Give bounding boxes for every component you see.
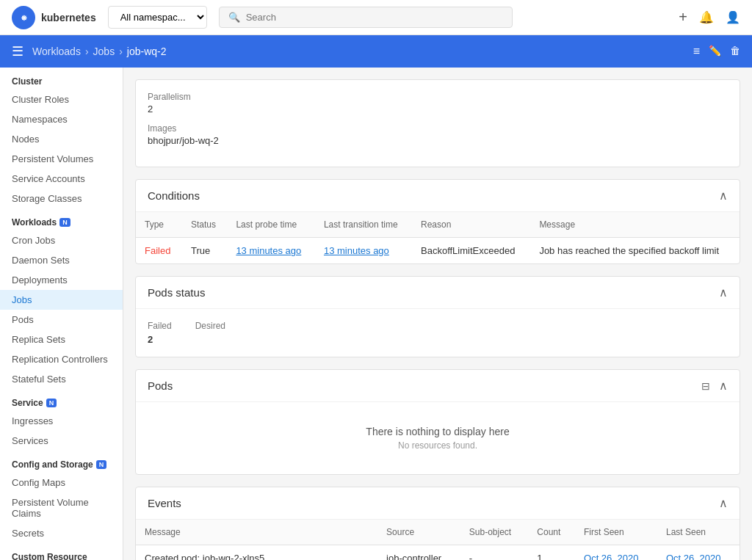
col-reason: Reason xyxy=(412,212,530,238)
cond-last-transition: 13 minutes ago xyxy=(315,238,412,264)
sidebar-item-persistent-volumes[interactable]: Persistent Volumes xyxy=(0,149,123,169)
workloads-section-header: Workloads N xyxy=(0,208,123,230)
col-message: Message xyxy=(530,212,740,238)
sidebar: Cluster Cluster Roles Namespaces Nodes P… xyxy=(0,68,123,560)
conditions-header-row: Type Status Last probe time Last transit… xyxy=(136,212,740,238)
notifications-icon[interactable]: 🔔 xyxy=(699,10,714,24)
sidebar-item-deployments[interactable]: Deployments xyxy=(0,270,123,290)
evt-first-seen: Oct 26, 2020 xyxy=(575,545,657,561)
sidebar-item-storage-classes[interactable]: Storage Classes xyxy=(0,189,123,208)
pods-status-title: Pods status xyxy=(148,286,205,299)
failed-value: 2 xyxy=(148,334,172,345)
conditions-title: Conditions xyxy=(148,189,200,202)
events-table: Message Source Sub-object Count First Se… xyxy=(136,520,740,560)
pods-status-header: Pods status ∧ xyxy=(136,277,740,309)
sidebar-item-cluster-roles[interactable]: Cluster Roles xyxy=(0,90,123,109)
evt-col-subobject: Sub-object xyxy=(460,520,529,545)
failed-stat: Failed 2 xyxy=(148,321,172,345)
sidebar-item-services[interactable]: Services xyxy=(0,431,123,451)
pods-title: Pods xyxy=(148,379,173,392)
images-row: Images bhojpur/job-wq-2 xyxy=(148,123,728,146)
detail-card-body: Parallelism 2 Images bhojpur/job-wq-2 xyxy=(136,80,740,167)
list-view-icon[interactable]: ≡ xyxy=(693,45,700,58)
namespace-select[interactable]: All namespac... xyxy=(108,6,207,29)
images-value: bhojpur/job-wq-2 xyxy=(148,135,728,146)
evt-count: 1 xyxy=(528,545,575,561)
breadcrumb-sep1: › xyxy=(85,46,89,57)
pods-filter-icon[interactable]: ⊟ xyxy=(701,380,710,392)
cluster-section-header: Cluster xyxy=(0,68,123,90)
breadcrumb-workloads[interactable]: Workloads xyxy=(32,46,81,57)
col-last-transition: Last transition time xyxy=(315,212,412,238)
detail-card: Parallelism 2 Images bhojpur/job-wq-2 xyxy=(135,79,740,167)
sidebar-item-secrets[interactable]: Secrets xyxy=(0,523,123,543)
conditions-header: Conditions ∧ xyxy=(136,180,740,212)
sidebar-item-service-accounts[interactable]: Service Accounts xyxy=(0,169,123,189)
evt-message: Created pod: job-wq-2-xlns5 xyxy=(136,545,377,561)
evt-subobject: - xyxy=(460,545,529,561)
top-actions: + 🔔 👤 xyxy=(679,9,740,26)
edit-icon[interactable]: ✏️ xyxy=(709,45,721,58)
sidebar-item-replica-sets[interactable]: Replica Sets xyxy=(0,330,123,349)
search-icon: 🔍 xyxy=(228,12,240,23)
sidebar-item-daemon-sets[interactable]: Daemon Sets xyxy=(0,250,123,270)
evt-last-seen: Oct 26, 2020 xyxy=(657,545,740,561)
pods-header-actions: ⊟ ∧ xyxy=(701,379,728,393)
pods-card: Pods ⊟ ∧ There is nothing to display her… xyxy=(135,369,740,475)
images-label: Images xyxy=(148,123,728,134)
evt-col-count: Count xyxy=(528,520,575,545)
logo-area: ⎈ kubernetes xyxy=(12,6,96,29)
sidebar-item-pvc[interactable]: Persistent Volume Claims xyxy=(0,492,123,523)
breadcrumb-jobs[interactable]: Jobs xyxy=(93,46,115,57)
layout: Cluster Cluster Roles Namespaces Nodes P… xyxy=(0,68,752,560)
sidebar-item-ingresses[interactable]: Ingresses xyxy=(0,411,123,431)
events-title: Events xyxy=(148,497,181,509)
desired-label: Desired xyxy=(195,321,225,331)
sidebar-item-pods[interactable]: Pods xyxy=(0,310,123,330)
evt-col-message: Message xyxy=(136,520,377,545)
sidebar-item-stateful-sets[interactable]: Stateful Sets xyxy=(0,369,123,389)
cond-reason: BackoffLimitExceeded xyxy=(412,238,530,264)
add-button[interactable]: + xyxy=(679,9,687,26)
parallelism-row: Parallelism 2 xyxy=(148,92,728,114)
evt-col-last-seen: Last Seen xyxy=(657,520,740,545)
app-name: kubernetes xyxy=(41,12,96,23)
config-section-header: Config and Storage N xyxy=(0,451,123,473)
cond-type: Failed xyxy=(136,238,182,264)
events-table-wrapper: Message Source Sub-object Count First Se… xyxy=(136,520,740,560)
events-collapse-icon[interactable]: ∧ xyxy=(719,496,728,510)
conditions-collapse-icon[interactable]: ∧ xyxy=(719,189,728,203)
events-header: Events ∧ xyxy=(136,487,740,520)
sidebar-item-nodes[interactable]: Nodes xyxy=(0,129,123,149)
pods-status-grid: Failed 2 Desired xyxy=(136,309,740,357)
events-row-0: Created pod: job-wq-2-xlns5 job-controll… xyxy=(136,545,740,561)
service-section-header: Service N xyxy=(0,389,123,411)
sidebar-item-replication-controllers[interactable]: Replication Controllers xyxy=(0,349,123,369)
col-last-probe: Last probe time xyxy=(227,212,315,238)
col-type: Type xyxy=(136,212,182,238)
evt-source: job-controller xyxy=(377,545,460,561)
menu-icon[interactable]: ☰ xyxy=(12,43,24,59)
pods-empty-sub: No resources found. xyxy=(159,440,716,451)
pods-collapse-icon[interactable]: ∧ xyxy=(719,379,728,393)
events-card: Events ∧ Message Source Sub-object Count… xyxy=(135,487,740,560)
user-icon[interactable]: 👤 xyxy=(726,10,740,24)
evt-col-source: Source xyxy=(377,520,460,545)
conditions-row-0: Failed True 13 minutes ago 13 minutes ag… xyxy=(136,238,740,264)
service-badge: N xyxy=(46,399,57,407)
breadcrumb-sep2: › xyxy=(119,46,123,57)
search-input[interactable] xyxy=(246,12,503,23)
delete-icon[interactable]: 🗑 xyxy=(730,45,740,58)
cond-message: Job has reached the specified backoff li… xyxy=(530,238,740,264)
failed-label: Failed xyxy=(148,321,172,331)
sidebar-item-config-maps[interactable]: Config Maps xyxy=(0,473,123,492)
search-bar: 🔍 xyxy=(219,7,513,28)
conditions-table: Type Status Last probe time Last transit… xyxy=(136,212,740,263)
sidebar-item-cron-jobs[interactable]: Cron Jobs xyxy=(0,230,123,250)
sidebar-item-namespaces[interactable]: Namespaces xyxy=(0,109,123,129)
parallelism-label: Parallelism xyxy=(148,92,728,102)
sidebar-item-jobs[interactable]: Jobs xyxy=(0,290,123,310)
pods-status-collapse-icon[interactable]: ∧ xyxy=(719,286,728,299)
workloads-badge: N xyxy=(59,218,70,227)
config-badge: N xyxy=(96,460,107,469)
